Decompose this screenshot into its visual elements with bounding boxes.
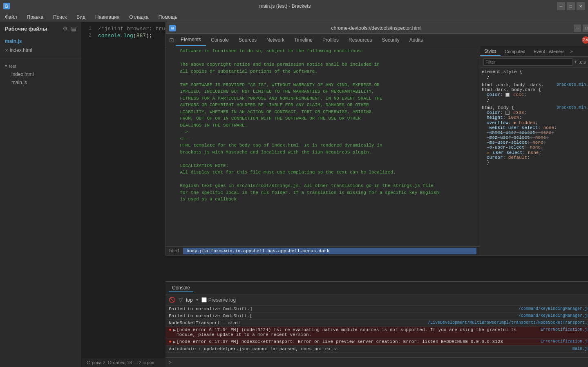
error-icon-5: ●: [169, 339, 172, 344]
line-code-2: console.log(887);: [98, 33, 152, 39]
elements-content[interactable]: Software is furnished to do so, subject …: [166, 46, 480, 246]
msg-source-1[interactable]: /command/KeyBindingManager.js:578: [519, 307, 588, 311]
styles-rule-element-style: element.style { }: [482, 69, 588, 79]
maximize-button[interactable]: □: [567, 2, 575, 10]
elem-line: is used as a callback: [168, 196, 478, 203]
arrow-icon-4[interactable]: ▶: [173, 327, 176, 333]
devtools-minimize-button[interactable]: ─: [574, 24, 581, 32]
styles-prop-khtml: -khtml-user-select: none;: [482, 130, 588, 135]
menu-view[interactable]: Вид: [75, 13, 87, 21]
close-file-icon[interactable]: ✕: [5, 48, 8, 53]
add-style-icon[interactable]: +: [574, 59, 577, 65]
devtools-inspect-icon[interactable]: ⊡: [169, 37, 174, 43]
elem-line: IMPLIED, INCLUDING BUT NOT LIMITED TO TH…: [168, 88, 478, 95]
color-swatch-dark: [505, 93, 510, 97]
styles-content: element.style { } html .dark, body .dark…: [480, 68, 588, 255]
menu-debug[interactable]: Отладка: [127, 13, 150, 21]
color-swatch-body: [505, 111, 510, 115]
menu-search[interactable]: Поиск: [51, 13, 68, 21]
styles-prop-cursor: cursor: default;: [482, 155, 588, 160]
tab-console[interactable]: Console: [206, 34, 234, 46]
elem-line: The above copyright notice and this perm…: [168, 61, 478, 68]
sidebar-file-main-js[interactable]: main.js: [0, 37, 81, 46]
elem-line: Software is furnished to do so, subject …: [168, 48, 478, 55]
elem-line: LIABILITY, WHETHER IN AN ACTION OF CONTR…: [168, 109, 478, 116]
styles-prop-close-body: }: [482, 160, 588, 165]
devtools-restore-button[interactable]: □: [583, 24, 588, 32]
title-bar: B main.js (test) - Brackets ─ □ ✕: [0, 0, 588, 12]
sidebar-section: ▾ test index.html main.js: [0, 60, 81, 88]
styles-prop-overflow: overflow: ▶ hidden;: [482, 120, 588, 125]
console-preserve-label: Preserve log: [208, 297, 236, 303]
menu-file[interactable]: Файл: [3, 13, 19, 21]
sidebar-subfile-index[interactable]: index.html: [7, 70, 81, 78]
console-preserve-checkbox[interactable]: [201, 297, 207, 302]
msg-source-2[interactable]: /command/KeyBindingManager.js:578: [519, 314, 588, 318]
msg-source-6[interactable]: main.js:313: [572, 347, 588, 351]
styles-filter-input[interactable]: [483, 58, 572, 66]
arrow-icon-5[interactable]: ▶: [173, 339, 176, 345]
console-filter-icon[interactable]: ▽: [179, 297, 183, 303]
minimize-button[interactable]: ─: [557, 2, 565, 10]
sidebar-file-index-html[interactable]: ✕ index.html: [0, 46, 81, 55]
console-clear-button[interactable]: 🚫: [169, 297, 175, 303]
styles-filter-bar: + .cls 📌 ◆: [480, 57, 588, 68]
tab-audits[interactable]: Audits: [405, 34, 428, 46]
console-filter-arrow[interactable]: ▾: [196, 298, 198, 302]
sidebar-section-header[interactable]: ▾ test: [0, 62, 81, 70]
styles-selector-dark1: html .dark, body .dark, brackets.min.css…: [482, 82, 588, 87]
styles-tab-event-listeners[interactable]: Event Listeners: [530, 47, 569, 56]
console-filter-top[interactable]: top: [186, 297, 193, 303]
msg-source-5[interactable]: ErrorNotification.js:122: [541, 339, 588, 344]
cls-button[interactable]: .cls: [579, 59, 586, 65]
devtools-error-count: 2: [583, 38, 585, 42]
msg-text-5: [node-error 6:17:07 PM] nodeSocketTransp…: [177, 339, 537, 344]
console-msg-2: Failed to normalize Cmd-Shift-[ /command…: [165, 313, 588, 320]
app-title: main.js (test) - Brackets: [13, 3, 557, 9]
devtools-tabs: ⊡ Elements Console Sources Network Timel…: [166, 34, 588, 46]
selected-element-bar[interactable]: body.platform-win.in-appshell.has-appshe…: [183, 248, 476, 254]
elem-line: [168, 156, 478, 162]
menu-nav[interactable]: Навигация: [94, 13, 121, 21]
tab-profiles[interactable]: Profiles: [317, 34, 344, 46]
sidebar-divider: [0, 58, 81, 58]
msg-source-3[interactable]: /LiveDevelopment/MultiBrowserImpl/transp…: [428, 320, 588, 325]
sidebar-subfiles: index.html main.js: [0, 70, 81, 87]
console-toolbar: 🚫 ▽ top ▾ Preserve log: [165, 294, 588, 306]
console-tab[interactable]: Console: [169, 284, 193, 292]
elem-line: [168, 75, 478, 82]
styles-tab-more-icon[interactable]: »: [570, 49, 573, 54]
tab-timeline[interactable]: Timeline: [289, 34, 317, 46]
split-icon[interactable]: ▤: [71, 25, 76, 32]
console-preserve-log[interactable]: Preserve log: [201, 297, 236, 303]
console-messages[interactable]: Failed to normalize Cmd-Shift-] /command…: [165, 306, 588, 357]
tab-security[interactable]: Security: [377, 34, 404, 46]
menu-help[interactable]: Помощь: [157, 13, 179, 21]
html-breadcrumb[interactable]: html: [169, 249, 180, 254]
error-icon-4: ●: [169, 327, 172, 332]
styles-rule-body: html, body { brackets.min.css:9 color: #…: [482, 105, 588, 165]
editor-devtools-area: 1 /*jslint browser: true, devel: true*/ …: [82, 22, 588, 367]
sidebar-title: Рабочие файлы: [5, 26, 47, 32]
styles-tab-styles[interactable]: Styles: [480, 47, 501, 56]
devtools-window: ⊞ chrome-devtools://devtools/inspector.h…: [165, 22, 588, 256]
tab-resources[interactable]: Resources: [344, 34, 377, 46]
sidebar-subfile-main[interactable]: main.js: [7, 78, 81, 87]
file-name-main: main.js: [5, 38, 22, 44]
styles-tab-computed[interactable]: Computed: [501, 47, 530, 56]
styles-prop-user-select: ⚠ user-select: none;: [482, 150, 588, 155]
console-input[interactable]: [175, 360, 588, 365]
settings-icon[interactable]: ⚙: [63, 25, 68, 32]
close-button[interactable]: ✕: [577, 2, 585, 10]
elem-line: DEALINGS IN THE SOFTWARE.: [168, 122, 478, 129]
styles-selector-element: element.style {: [482, 69, 588, 74]
sidebar-working-files: main.js ✕ index.html: [0, 35, 81, 56]
elem-line: THE SOFTWARE IS PROVIDED "AS IS", WITHOU…: [168, 82, 478, 89]
menu-edit[interactable]: Правка: [25, 13, 45, 21]
styles-prop-o: -o-user-select: none;: [482, 145, 588, 150]
tab-network[interactable]: Network: [262, 34, 289, 46]
elem-line: brackets.js with Mustache and localized …: [168, 149, 478, 156]
tab-sources[interactable]: Sources: [234, 34, 262, 46]
tab-elements[interactable]: Elements: [176, 34, 206, 46]
msg-source-4[interactable]: ErrorNotification.js:122: [541, 327, 588, 332]
